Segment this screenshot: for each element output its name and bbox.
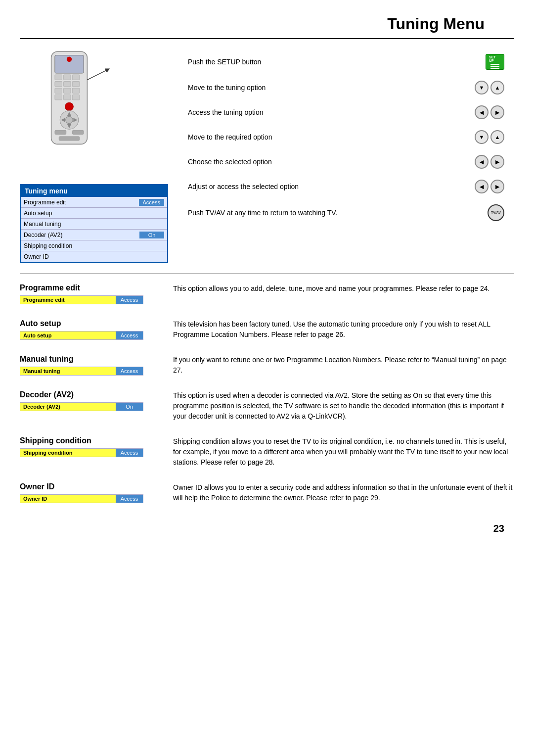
- instruction-row: Move to the tuning option▼▲: [188, 81, 504, 94]
- svg-rect-14: [72, 95, 80, 100]
- menu-item-title: Shipping condition: [20, 436, 163, 445]
- nav-button-icon: ▶: [490, 105, 504, 119]
- svg-rect-7: [64, 82, 71, 87]
- menu-item-bar-label: Auto setup: [20, 331, 116, 339]
- remote-control-icon: [20, 49, 119, 178]
- svg-line-25: [87, 70, 108, 80]
- menu-item-left: Shipping conditionShipping conditionAcce…: [20, 436, 163, 468]
- menu-item-title: Auto setup: [20, 319, 163, 328]
- svg-rect-11: [72, 88, 80, 93]
- remote-area: Tuning menu Programme editAccessAuto set…: [20, 49, 168, 263]
- button-icons: ▼▲: [475, 81, 504, 94]
- svg-rect-8: [72, 82, 80, 87]
- menu-item-left: Auto setupAuto setupAccess: [20, 319, 163, 340]
- menu-row-label: Owner ID: [24, 253, 164, 260]
- instruction-row: Push TV/AV at any time to return to watc…: [188, 204, 504, 221]
- svg-rect-23: [72, 130, 84, 134]
- instruction-text: Access the tuning option: [188, 108, 470, 116]
- menu-item-section: Owner IDOwner IDAccessOwner ID allows yo…: [20, 482, 514, 503]
- menu-item-left: Decoder (AV2)Decoder (AV2)On: [20, 390, 163, 422]
- menu-item-desc: If you only want to retune one or two Pr…: [173, 355, 514, 376]
- nav-button-icon: ◀: [475, 180, 489, 193]
- menu-item-section: Shipping conditionShipping conditionAcce…: [20, 436, 514, 468]
- svg-point-2: [67, 57, 72, 62]
- menu-item-bar-value: Access: [116, 367, 143, 375]
- instruction-row: Adjust or access the selected option◀▶: [188, 180, 504, 193]
- menu-row-value: On: [139, 232, 164, 238]
- menu-row-label: Programme edit: [24, 199, 139, 206]
- tuning-menu-box: Tuning menu Programme editAccessAuto set…: [20, 184, 168, 263]
- menu-row: Owner ID: [21, 251, 167, 262]
- menu-item-bar-label: Owner ID: [20, 495, 116, 503]
- menu-item-bar-label: Decoder (AV2): [20, 403, 116, 411]
- instruction-row: Push the SETUP button SET UP: [188, 54, 504, 70]
- section-divider: [20, 273, 514, 274]
- svg-rect-5: [72, 75, 80, 80]
- menu-item-left: Manual tuningManual tuningAccess: [20, 355, 163, 376]
- menu-item-title: Owner ID: [20, 482, 163, 491]
- svg-point-17: [66, 116, 73, 124]
- menu-item-bar-value: Access: [116, 495, 143, 503]
- button-icons: SET UP: [486, 54, 504, 70]
- menu-row-label: Manual tuning: [24, 221, 164, 228]
- svg-rect-6: [55, 82, 62, 87]
- svg-rect-12: [55, 95, 62, 100]
- menu-item-left: Programme editProgramme editAccess: [20, 284, 163, 304]
- menu-item-section: Auto setupAuto setupAccessThis televisio…: [20, 319, 514, 340]
- svg-rect-13: [64, 95, 71, 100]
- menu-row: Decoder (AV2)On: [21, 230, 167, 240]
- menu-row-value: Access: [139, 199, 164, 206]
- svg-point-15: [65, 102, 74, 111]
- menu-item-desc: Shipping condition allows you to reset t…: [173, 436, 514, 468]
- instruction-text: Push the SETUP button: [188, 58, 481, 66]
- menu-item-bar-value: Access: [116, 449, 143, 457]
- page-title: Tuning Menu: [20, 0, 514, 39]
- menu-row: Manual tuning: [21, 219, 167, 230]
- nav-button-icon: ▼: [475, 81, 489, 94]
- svg-rect-24: [59, 137, 80, 141]
- nav-button-icon: ◀: [475, 105, 489, 119]
- instruction-row: Choose the selected option◀▶: [188, 155, 504, 169]
- nav-button-icon: ▶: [490, 155, 504, 169]
- top-section: Tuning menu Programme editAccessAuto set…: [0, 39, 534, 273]
- menu-item-desc: This option is used when a decoder is co…: [173, 390, 514, 422]
- nav-button-icon: ◀: [475, 155, 489, 169]
- menu-row-label: Decoder (AV2): [24, 232, 139, 238]
- menu-item-left: Owner IDOwner IDAccess: [20, 482, 163, 503]
- setup-button-icon: SET UP: [486, 54, 504, 70]
- button-icons: ◀▶: [475, 105, 504, 119]
- page-number: 23: [0, 518, 534, 544]
- menu-item-bar-label: Programme edit: [20, 296, 116, 304]
- button-icons: ◀▶: [475, 155, 504, 169]
- menu-item-title: Decoder (AV2): [20, 390, 163, 399]
- svg-rect-9: [55, 88, 62, 93]
- nav-button-icon: ▲: [490, 130, 504, 144]
- nav-button-icon: ▲: [490, 81, 504, 94]
- instruction-row: Access the tuning option◀▶: [188, 105, 504, 119]
- instruction-text: Choose the selected option: [188, 158, 470, 166]
- nav-button-icon: ▶: [490, 180, 504, 193]
- instruction-text: Move to the tuning option: [188, 84, 470, 92]
- menu-row: Programme editAccess: [21, 197, 167, 208]
- menu-item-bar-label: Manual tuning: [20, 367, 116, 375]
- menu-item-bar-value: On: [116, 403, 143, 411]
- menu-item-section: Decoder (AV2)Decoder (AV2)OnThis option …: [20, 390, 514, 422]
- menu-item-desc: Owner ID allows you to enter a security …: [173, 482, 514, 503]
- menu-item-section: Programme editProgramme editAccessThis o…: [20, 284, 514, 304]
- menu-item-bar: Auto setupAccess: [20, 331, 143, 340]
- svg-rect-22: [55, 130, 66, 134]
- bottom-section: Programme editProgramme editAccessThis o…: [0, 284, 534, 503]
- menu-row-label: Shipping condition: [24, 242, 164, 249]
- button-icons: ◀▶: [475, 180, 504, 193]
- instruction-text: Move to the required option: [188, 133, 470, 141]
- menu-item-bar: Manual tuningAccess: [20, 367, 143, 376]
- menu-item-desc: This television has been factory tuned. …: [173, 319, 514, 340]
- svg-rect-4: [64, 75, 71, 80]
- menu-item-bar-value: Access: [116, 331, 143, 339]
- menu-item-desc: This option allows you to add, delete, t…: [173, 284, 514, 304]
- menu-item-bar-value: Access: [116, 296, 143, 304]
- instructions-area: Push the SETUP button SET UP Move to the…: [178, 49, 514, 263]
- menu-item-bar: Decoder (AV2)On: [20, 402, 143, 411]
- menu-row: Shipping condition: [21, 240, 167, 251]
- menu-item-bar: Owner IDAccess: [20, 494, 143, 503]
